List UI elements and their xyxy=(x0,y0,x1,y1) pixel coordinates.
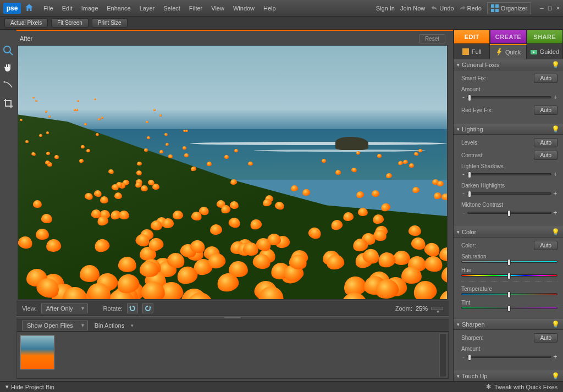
sharpen-amount-slider[interactable] xyxy=(467,356,551,358)
svg-rect-2 xyxy=(491,9,494,12)
hue-slider[interactable] xyxy=(461,274,558,277)
crop-tool-icon[interactable] xyxy=(3,98,14,109)
reset-button[interactable]: Reset xyxy=(419,34,445,43)
tool-palette xyxy=(0,30,16,381)
bulb-icon[interactable]: 💡 xyxy=(551,61,560,69)
section-color[interactable]: Color💡 xyxy=(454,227,563,238)
actual-pixels-button[interactable]: Actual Pixels xyxy=(4,18,48,27)
menu-select[interactable]: Select xyxy=(159,3,184,14)
bin-actions-menu[interactable]: Bin Actions xyxy=(95,322,124,329)
print-size-button[interactable]: Print Size xyxy=(92,18,128,27)
levels-label: Levels: xyxy=(461,140,534,146)
svg-rect-1 xyxy=(495,4,499,8)
hand-tool-icon[interactable] xyxy=(3,63,14,74)
view-select[interactable]: After Only xyxy=(41,303,88,313)
menu-help[interactable]: Help xyxy=(260,3,280,14)
bulb-icon[interactable]: 💡 xyxy=(551,228,560,236)
sharpen-auto-button[interactable]: Auto xyxy=(534,333,558,343)
lighten-label: Lighten Shadows xyxy=(461,163,558,169)
section-touchup[interactable]: Touch Up💡 xyxy=(454,371,563,381)
menu-layer[interactable]: Layer xyxy=(136,3,159,14)
temperature-slider[interactable] xyxy=(461,293,558,295)
undo-label[interactable]: Undo xyxy=(439,5,454,12)
saturation-slider[interactable] xyxy=(461,261,558,263)
organizer-button[interactable]: Organizer xyxy=(487,2,531,14)
svg-point-6 xyxy=(4,81,5,83)
view-label-after: After xyxy=(20,35,32,42)
mode-guided[interactable]: Guided xyxy=(527,44,563,59)
rotate-left-button[interactable] xyxy=(127,303,138,313)
title-bar: pse File Edit Image Enhance Layer Select… xyxy=(0,0,563,16)
joinnow-link[interactable]: Join Now xyxy=(400,5,425,12)
image-canvas[interactable] xyxy=(18,45,448,300)
section-lighting[interactable]: Lighting💡 xyxy=(454,124,563,135)
levels-auto-button[interactable]: Auto xyxy=(534,138,558,147)
bulb-icon[interactable]: 💡 xyxy=(551,125,560,133)
tint-slider[interactable] xyxy=(461,307,558,309)
bin-scrollbar[interactable] xyxy=(439,333,447,377)
signin-link[interactable]: Sign In xyxy=(376,5,395,12)
maximize-button[interactable]: □ xyxy=(548,4,552,12)
tab-share[interactable]: SHARE xyxy=(527,30,563,44)
menu-window[interactable]: Window xyxy=(229,3,258,14)
midtone-label: Midtone Contrast xyxy=(461,202,558,208)
contrast-label: Contrast: xyxy=(461,152,534,158)
fit-screen-button[interactable]: Fit Screen xyxy=(51,18,89,27)
sharpen-label: Sharpen: xyxy=(461,335,534,341)
mode-full[interactable]: Full xyxy=(454,44,490,59)
options-bar: Actual Pixels Fit Screen Print Size xyxy=(0,16,563,30)
gear-icon[interactable]: ✻ xyxy=(486,383,491,390)
hide-project-bin-link[interactable]: Hide Project Bin xyxy=(11,384,54,390)
status-bar: ▾ Hide Project Bin ✻ Tweak with Quick Fi… xyxy=(0,381,563,392)
menu-enhance[interactable]: Enhance xyxy=(103,3,134,14)
tab-edit[interactable]: EDIT xyxy=(454,30,490,44)
redeye-auto-button[interactable]: Auto xyxy=(534,106,558,115)
redeye-label: Red Eye Fix: xyxy=(461,107,534,113)
menu-filter[interactable]: Filter xyxy=(185,3,206,14)
rotate-right-button[interactable] xyxy=(142,303,153,313)
menu-image[interactable]: Image xyxy=(78,3,102,14)
redo-icon[interactable] xyxy=(459,4,466,12)
smartfix-amount-slider[interactable] xyxy=(467,96,551,98)
redo-label[interactable]: Redo xyxy=(467,5,482,12)
midtone-slider[interactable] xyxy=(467,212,551,214)
smartfix-auto-button[interactable]: Auto xyxy=(534,74,558,83)
project-bin xyxy=(16,332,449,379)
rotate-label: Rotate: xyxy=(103,305,123,312)
svg-rect-3 xyxy=(495,9,499,12)
color-label: Color: xyxy=(461,242,534,249)
lighten-slider[interactable] xyxy=(467,173,551,175)
menu-view[interactable]: View xyxy=(207,3,228,14)
right-panel: EDIT CREATE SHARE Full Quick Guided Gene… xyxy=(453,30,563,381)
section-sharpen[interactable]: Sharpen💡 xyxy=(454,319,563,330)
darken-label: Darken Highlights xyxy=(461,183,558,189)
zoom-label: Zoom: xyxy=(395,305,412,312)
mode-quick[interactable]: Quick xyxy=(490,44,526,59)
color-auto-button[interactable]: Auto xyxy=(534,241,558,250)
tweak-label: Tweak with Quick Fixes xyxy=(494,384,558,390)
bin-toolbar: Show Open Files Bin Actions ▾ xyxy=(16,319,449,332)
tab-create[interactable]: CREATE xyxy=(490,30,526,44)
bulb-icon[interactable]: 💡 xyxy=(551,372,560,380)
selection-tool-icon[interactable] xyxy=(3,80,14,91)
close-button[interactable]: × xyxy=(556,4,560,12)
undo-icon[interactable] xyxy=(430,4,438,12)
zoom-select[interactable] xyxy=(431,307,443,310)
contrast-auto-button[interactable]: Auto xyxy=(534,151,558,160)
amount-label: Amount xyxy=(461,86,558,92)
menu-file[interactable]: File xyxy=(40,3,57,14)
minimize-button[interactable]: – xyxy=(540,4,544,12)
bin-thumbnail[interactable] xyxy=(20,335,54,369)
bulb-icon[interactable]: 💡 xyxy=(551,321,560,328)
zoom-tool-icon[interactable] xyxy=(3,45,14,56)
home-icon[interactable] xyxy=(24,3,34,14)
view-label: View: xyxy=(22,305,37,312)
svg-point-4 xyxy=(4,46,10,53)
darken-slider[interactable] xyxy=(467,192,551,195)
show-open-files-select[interactable]: Show Open Files xyxy=(22,321,88,330)
organizer-label: Organizer xyxy=(501,5,527,12)
section-general-fixes[interactable]: General Fixes💡 xyxy=(454,59,563,70)
menu-edit[interactable]: Edit xyxy=(58,3,76,14)
svg-line-5 xyxy=(10,52,13,55)
app-logo: pse xyxy=(3,3,21,14)
